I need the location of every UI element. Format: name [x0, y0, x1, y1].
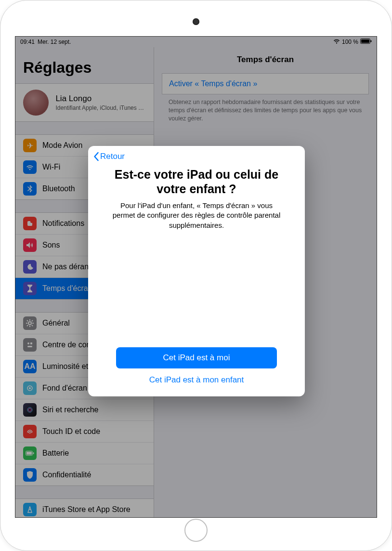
sheet-heading: Est-ce votre iPad ou celui de votre enfa… — [88, 164, 305, 201]
screen: 09:41 Mer. 12 sept. 100 % Réglages — [15, 36, 377, 518]
front-camera — [193, 18, 199, 25]
this-ipad-mine-button[interactable]: Cet iPad est à moi — [116, 347, 277, 368]
home-button[interactable] — [184, 519, 208, 542]
this-ipad-child-button[interactable]: Cet iPad est à mon enfant — [88, 373, 305, 389]
sheet-subtext: Pour l'iPad d'un enfant, « Temps d'écran… — [88, 201, 305, 230]
screentime-owner-sheet: Retour Est-ce votre iPad ou celui de vot… — [88, 146, 305, 396]
ipad-device-frame: 09:41 Mer. 12 sept. 100 % Réglages — [0, 0, 392, 551]
chevron-left-icon — [93, 152, 99, 161]
back-button[interactable]: Retour — [88, 152, 305, 164]
back-label: Retour — [100, 152, 125, 161]
